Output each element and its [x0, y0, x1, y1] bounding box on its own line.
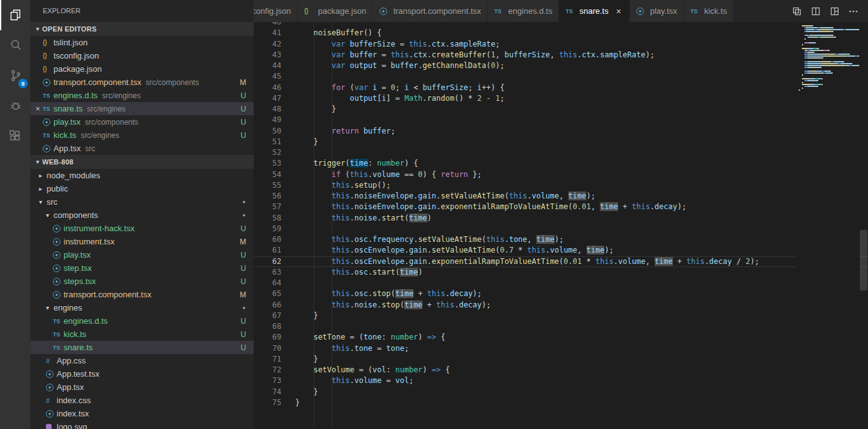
line-number[interactable]: 56 — [254, 191, 281, 202]
line-number[interactable]: 69 — [254, 332, 281, 343]
line-number[interactable]: 71 — [254, 354, 281, 365]
tab-package.json[interactable]: {}package.json — [298, 0, 373, 22]
line-number[interactable]: 51 — [254, 137, 281, 147]
line-number[interactable]: 72 — [254, 365, 281, 375]
chevron-down-icon[interactable]: ▾ — [46, 212, 54, 219]
tab-play.tsx[interactable]: play.tsx — [630, 0, 684, 22]
open-changes-icon[interactable] — [791, 6, 803, 17]
code-line[interactable]: 43 var buffer = this.ctx.createBuffer(1,… — [254, 50, 868, 60]
code-line[interactable]: 57 this.noiseEnvelope.gain.exponentialRa… — [254, 202, 868, 212]
tree-folder[interactable]: ▾src● — [30, 195, 254, 209]
line-number[interactable]: 75 — [254, 398, 281, 408]
tree-folder[interactable]: ▾engines● — [30, 301, 254, 314]
code-area[interactable]: 4041 noiseBuffer() {42 var bufferSize = … — [254, 22, 868, 408]
tree-file[interactable]: TSkick.tsU — [30, 328, 254, 341]
code-line[interactable]: 73 this.volume = vol; — [254, 375, 868, 386]
line-number[interactable]: 63 — [254, 267, 281, 278]
tree-file[interactable]: step.tsxU — [30, 261, 254, 275]
code-line[interactable]: 56 this.noiseEnvelope.gain.setValueAtTim… — [254, 191, 868, 202]
line-number[interactable]: 70 — [254, 343, 281, 354]
open-editor-item[interactable]: TSengines.d.tssrc/enginesU — [30, 89, 254, 102]
line-number[interactable]: 48 — [254, 104, 281, 115]
line-number[interactable]: 52 — [254, 147, 281, 158]
code-line[interactable]: 47 output[i] = Math.random() * 2 - 1; — [254, 93, 868, 104]
code-line[interactable]: 44 var output = buffer.getChannelData(0)… — [254, 60, 868, 71]
code-line[interactable]: 51 } — [254, 137, 868, 147]
tree-file[interactable]: TSsnare.tsU — [30, 341, 254, 354]
editor-layout-icon[interactable] — [829, 6, 840, 17]
line-number[interactable]: 49 — [254, 115, 281, 125]
tree-file[interactable]: App.test.tsx — [30, 367, 254, 380]
code-line[interactable]: 62 this.oscEnvelope.gain.exponentialRamp… — [254, 256, 868, 267]
code-line[interactable]: 52 — [254, 147, 868, 158]
tree-file[interactable]: instrument-hack.tsxU — [30, 222, 254, 235]
code-line[interactable]: 72 setVolume = (vol: number) => { — [254, 365, 868, 375]
debug-icon[interactable] — [0, 91, 30, 121]
line-number[interactable]: 62 — [254, 256, 281, 267]
extensions-icon[interactable] — [0, 121, 30, 151]
code-line[interactable]: 70 this.tone = tone; — [254, 343, 868, 354]
line-number[interactable]: 47 — [254, 93, 281, 104]
line-number[interactable]: 59 — [254, 224, 281, 234]
tab-kick.ts[interactable]: TSkick.ts — [684, 0, 733, 22]
code-line[interactable]: 46 for (var i = 0; i < bufferSize; i++) … — [254, 83, 868, 93]
line-number[interactable]: 55 — [254, 180, 281, 191]
line-number[interactable]: 43 — [254, 50, 281, 60]
code-line[interactable]: 54 if (this.volume == 0) { return }; — [254, 169, 868, 180]
editor-pane[interactable]: 4041 noiseBuffer() {42 var bufferSize = … — [254, 22, 868, 429]
code-line[interactable]: 75} — [254, 398, 868, 408]
tree-file[interactable]: #App.css — [30, 354, 254, 367]
open-editor-item[interactable]: transport.component.tsxsrc/componentsM — [30, 76, 254, 89]
line-number[interactable]: 46 — [254, 83, 281, 93]
line-number[interactable]: 53 — [254, 158, 281, 169]
code-line[interactable]: 61 this.oscEnvelope.gain.setValueAtTime(… — [254, 245, 868, 256]
open-editor-item[interactable]: {}package.json — [30, 62, 254, 76]
code-line[interactable]: 66 this.noise.stop(time + this.decay); — [254, 300, 868, 311]
open-editor-item[interactable]: TSkick.tssrc/enginesU — [30, 129, 254, 142]
tree-file[interactable]: TSengines.d.tsU — [30, 314, 254, 328]
minimap[interactable] — [796, 22, 859, 429]
tree-file[interactable]: #index.css — [30, 394, 254, 407]
close-tab-icon[interactable]: × — [614, 6, 623, 16]
tab-tsconfig.json[interactable]: {}tsconfig.json — [254, 0, 297, 22]
code-line[interactable]: 40 — [254, 22, 868, 28]
line-number[interactable]: 54 — [254, 169, 281, 180]
code-line[interactable]: 49 — [254, 115, 868, 125]
code-line[interactable]: 55 this.setup(); — [254, 180, 868, 191]
line-number[interactable]: 57 — [254, 202, 281, 212]
line-number[interactable]: 67 — [254, 311, 281, 321]
tree-folder[interactable]: ▸node_modules — [30, 169, 254, 182]
line-number[interactable]: 42 — [254, 39, 281, 50]
tree-folder[interactable]: ▸public — [30, 182, 254, 195]
close-editor-icon[interactable]: × — [33, 104, 43, 113]
source-control-icon[interactable]: 9 — [0, 60, 30, 91]
line-number[interactable]: 41 — [254, 28, 281, 38]
line-number[interactable]: 45 — [254, 71, 281, 82]
code-line[interactable]: 65 this.osc.stop(time + this.decay); — [254, 289, 868, 299]
code-line[interactable]: 68 — [254, 321, 868, 332]
tab-transport.component.tsx[interactable]: transport.component.tsx — [373, 0, 487, 22]
open-editor-item[interactable]: {}tslint.json — [30, 36, 254, 49]
line-number[interactable]: 73 — [254, 375, 281, 386]
search-icon[interactable] — [0, 30, 30, 60]
line-number[interactable]: 68 — [254, 321, 281, 332]
chevron-right-icon[interactable]: ▸ — [39, 172, 47, 179]
code-line[interactable]: 74 } — [254, 387, 868, 398]
tree-file[interactable]: transport.component.tsxM — [30, 288, 254, 301]
line-number[interactable]: 40 — [254, 22, 281, 28]
code-line[interactable]: 59 — [254, 224, 868, 234]
more-actions-icon[interactable]: ⋯ — [848, 6, 859, 17]
line-number[interactable]: 44 — [254, 60, 281, 71]
tree-folder[interactable]: ▾components● — [30, 209, 254, 222]
scrollbar-thumb[interactable] — [860, 230, 867, 290]
code-line[interactable]: 64 — [254, 278, 868, 289]
code-line[interactable]: 41 noiseBuffer() { — [254, 28, 868, 38]
tab-snare.ts[interactable]: TSsnare.ts× — [559, 0, 629, 22]
code-line[interactable]: 67 } — [254, 311, 868, 321]
tree-file[interactable]: index.tsx — [30, 407, 254, 420]
code-line[interactable]: 71 } — [254, 354, 868, 365]
code-line[interactable]: 42 var bufferSize = this.ctx.sampleRate; — [254, 39, 868, 50]
tree-file[interactable]: steps.tsxU — [30, 275, 254, 288]
folder-section-header[interactable]: ▾ WEB-808 — [30, 155, 254, 169]
chevron-right-icon[interactable]: ▸ — [39, 185, 47, 192]
